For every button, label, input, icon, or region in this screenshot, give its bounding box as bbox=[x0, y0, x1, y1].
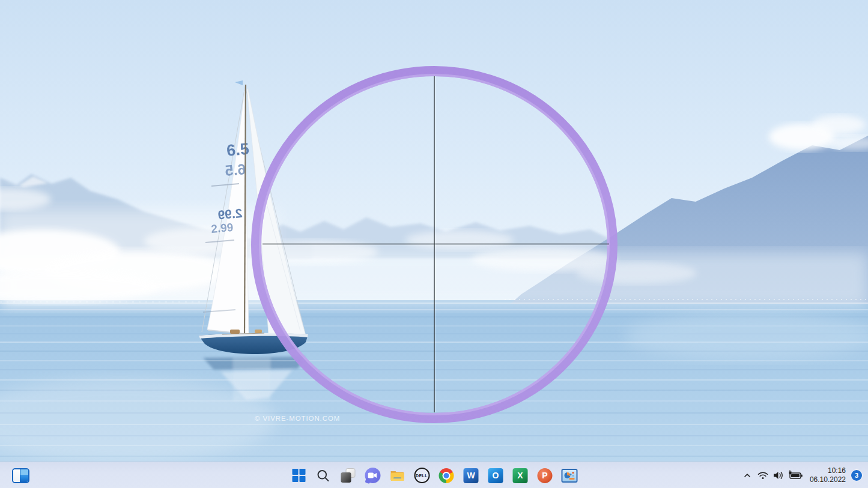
chrome-button[interactable] bbox=[434, 463, 458, 487]
file-explorer-button[interactable] bbox=[385, 463, 409, 487]
taskbar: DELL W O X P bbox=[0, 462, 868, 488]
wifi-icon bbox=[757, 471, 768, 480]
battery-button[interactable] bbox=[787, 463, 804, 487]
battery-charging-icon bbox=[787, 469, 803, 481]
watermark-text: © VIVRE-MOTION.COM bbox=[255, 415, 340, 422]
chevron-up-icon bbox=[742, 471, 752, 480]
chrome-icon bbox=[439, 468, 454, 483]
sail-number-top: 6.5 bbox=[226, 140, 250, 160]
display-settings-icon bbox=[562, 469, 578, 483]
excel-icon: X bbox=[513, 468, 528, 483]
excel-button[interactable]: X bbox=[508, 463, 532, 487]
search-icon bbox=[317, 469, 330, 483]
notification-badge[interactable]: 3 bbox=[851, 470, 862, 481]
outlook-icon: O bbox=[488, 468, 503, 483]
search-button[interactable] bbox=[311, 463, 335, 487]
sail-number-main-mirrored: 2.99 bbox=[217, 206, 243, 221]
volume-icon bbox=[772, 470, 784, 481]
wifi-button[interactable] bbox=[756, 463, 770, 487]
tray-chevron-button[interactable] bbox=[740, 463, 754, 487]
dell-button[interactable]: DELL bbox=[410, 463, 434, 487]
display-settings-button[interactable] bbox=[557, 463, 581, 487]
word-icon: W bbox=[464, 468, 479, 483]
teams-chat-button[interactable] bbox=[360, 463, 384, 487]
windows-start-icon bbox=[291, 468, 306, 483]
start-button[interactable] bbox=[287, 463, 311, 487]
task-view-button[interactable] bbox=[336, 463, 360, 487]
clock[interactable]: 10:16 06.10.2022 bbox=[810, 462, 846, 488]
word-button[interactable]: W bbox=[459, 463, 483, 487]
widgets-icon bbox=[12, 468, 29, 483]
wallpaper-image: 6.5 6.5 2.99 2.99 bbox=[0, 0, 868, 462]
widgets-button[interactable] bbox=[8, 463, 32, 487]
powerpoint-icon: P bbox=[538, 468, 553, 483]
task-view-icon bbox=[341, 468, 355, 483]
teams-chat-icon bbox=[365, 468, 380, 483]
desktop[interactable]: 6.5 6.5 2.99 2.99 © VIVRE-MOTION.COM bbox=[0, 0, 868, 488]
clock-date: 06.10.2022 bbox=[810, 475, 846, 484]
volume-button[interactable] bbox=[771, 463, 786, 487]
sail-number-main: 2.99 bbox=[211, 221, 234, 235]
outlook-button[interactable]: O bbox=[484, 463, 508, 487]
powerpoint-button[interactable]: P bbox=[533, 463, 557, 487]
folder-icon bbox=[389, 468, 405, 483]
sail-number-top-mirrored: 6.5 bbox=[224, 160, 246, 179]
clock-time: 10:16 bbox=[828, 466, 846, 475]
dell-icon: DELL bbox=[414, 468, 429, 483]
